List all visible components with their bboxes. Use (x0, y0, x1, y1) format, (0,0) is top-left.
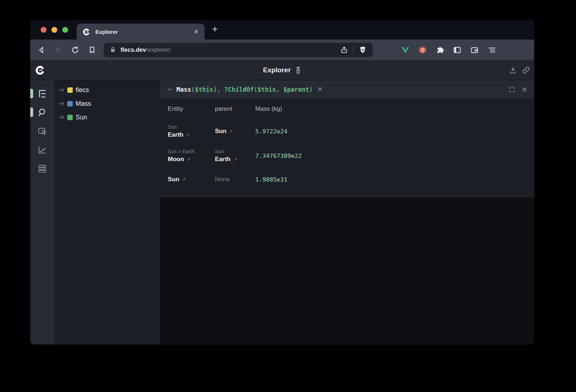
external-link-icon: ↗ (229, 128, 233, 135)
header-actions (509, 66, 530, 74)
forward-button[interactable] (54, 46, 63, 54)
table-row: Sun Earth ↗ Sun ↗ 5.9722e24 (160, 119, 534, 143)
back-button[interactable] (37, 46, 46, 54)
tree-item-label: Mass (76, 100, 91, 108)
menu-button[interactable] (487, 46, 496, 54)
query-panel: Mass($this), ?ChildOf($this, $parent) ✕ … (160, 80, 534, 345)
refresh-button[interactable] (71, 46, 80, 54)
panel-iconbar (30, 80, 54, 345)
parent-cell: None (215, 176, 255, 184)
address-bar-divider (353, 46, 354, 54)
entity-color-square (67, 87, 73, 93)
app-content: flecs Mass Sun (30, 80, 534, 345)
url-domain: flecs.dev (121, 46, 146, 53)
stacked-lists-icon (37, 164, 47, 173)
parent-cell: Sun ↗ (215, 127, 255, 136)
entity-cell: Sun > Earth Moon ↗ (168, 148, 215, 164)
external-link-icon: ↗ (233, 156, 237, 163)
mass-value: 5.9722e24 (255, 128, 534, 135)
entity-path: Sun > Earth (168, 148, 215, 155)
parent-path: Sun (215, 148, 255, 155)
parent-none-value: None (215, 176, 255, 184)
connection-remote-icon[interactable] (294, 66, 302, 74)
query-panel-empty-area (160, 197, 534, 345)
expand-arrow-icon[interactable] (59, 114, 64, 120)
table-header: Entity parent Mass (kg) (160, 99, 534, 119)
active-panel-indicator-tree (30, 89, 33, 98)
close-query-icon[interactable] (521, 86, 528, 93)
stats-panel-button[interactable] (30, 140, 54, 159)
search-icon (37, 108, 47, 117)
expand-arrow-icon[interactable] (59, 101, 64, 106)
tree-panel-button[interactable] (30, 84, 54, 103)
entity-color-square (67, 101, 73, 106)
inspector-panel-button[interactable] (30, 122, 54, 140)
tab-title: Explorer (95, 29, 194, 35)
column-header-parent: parent (215, 105, 255, 113)
tree-icon (37, 89, 47, 99)
external-link-icon: ↗ (186, 156, 190, 163)
traffic-light-close[interactable] (41, 27, 46, 33)
parent-link[interactable]: Sun ↗ (215, 127, 255, 136)
external-link-icon: ↗ (182, 176, 186, 183)
traffic-light-minimize[interactable] (51, 27, 57, 33)
lock-icon (109, 46, 116, 53)
page-title-wrap: Explorer (30, 66, 534, 74)
bookmark-button[interactable] (88, 46, 96, 54)
new-tab-button[interactable]: + (212, 24, 218, 35)
tree-item-label: flecs (76, 86, 89, 94)
entity-cell: Sun ↗ (168, 176, 215, 184)
commands-panel-button[interactable] (30, 159, 54, 178)
entity-path: Sun (168, 124, 215, 131)
url-text: flecs.dev/explorer/ (121, 46, 340, 53)
entity-color-square (67, 115, 73, 120)
fullscreen-icon[interactable] (509, 86, 515, 93)
chart-icon (37, 145, 47, 155)
share-link-button[interactable] (522, 66, 530, 74)
app-header: Explorer (30, 60, 534, 80)
active-panel-indicator-search (30, 108, 33, 117)
entity-tree: flecs Mass Sun (54, 80, 160, 345)
inspector-icon (37, 126, 47, 136)
entity-link[interactable]: Moon ↗ (168, 155, 215, 164)
hexagon-extension-icon[interactable] (418, 46, 427, 54)
query-clear-button[interactable]: ✕ (318, 86, 323, 93)
share-button[interactable] (340, 46, 348, 54)
address-bar[interactable]: flecs.dev/explorer/ (104, 43, 373, 57)
query-text[interactable]: Mass($this), ?ChildOf($this, $parent) (176, 86, 313, 93)
extension-icons (401, 46, 496, 54)
page-title: Explorer (263, 66, 291, 74)
entity-link[interactable]: Sun ↗ (168, 176, 215, 184)
tree-item-flecs[interactable]: flecs (54, 83, 160, 97)
wallet-button[interactable] (470, 46, 479, 54)
column-header-entity: Entity (168, 105, 215, 113)
url-path: /explorer/ (146, 46, 171, 53)
column-header-mass: Mass (kg) (255, 105, 534, 113)
sidebar-toggle-button[interactable] (453, 46, 462, 54)
search-panel-button[interactable] (30, 103, 54, 122)
vue-devtools-icon[interactable] (401, 46, 410, 54)
browser-tab[interactable]: Explorer ✕ (77, 24, 204, 40)
traffic-lights (41, 27, 68, 33)
flecs-favicon-icon (82, 28, 91, 36)
table-row: Sun ↗ None 1.9885e31 (160, 168, 534, 191)
tab-close-button[interactable]: ✕ (194, 28, 199, 35)
browser-toolbar: flecs.dev/explorer/ (30, 40, 534, 60)
entity-link[interactable]: Earth ↗ (168, 131, 215, 139)
parent-link[interactable]: Earth ↗ (215, 155, 255, 164)
tree-item-mass[interactable]: Mass (54, 97, 160, 110)
traffic-light-zoom[interactable] (62, 27, 68, 33)
entity-cell: Sun Earth ↗ (168, 124, 215, 139)
mass-value: 7.34767309e22 (255, 152, 534, 159)
download-button[interactable] (509, 66, 517, 74)
parent-cell: Sun Earth ↗ (215, 148, 255, 164)
collapse-chevron-icon[interactable] (167, 86, 173, 93)
extensions-puzzle-icon[interactable] (436, 46, 444, 54)
query-bar: Mass($this), ?ChildOf($this, $parent) ✕ (160, 80, 534, 99)
results-table-body: Sun Earth ↗ Sun ↗ 5.9722e24 (160, 119, 534, 197)
tree-item-label: Sun (76, 114, 87, 121)
brave-shield-button[interactable] (359, 46, 367, 54)
tree-item-sun[interactable]: Sun (54, 110, 160, 124)
expand-arrow-icon[interactable] (59, 87, 64, 93)
table-row: Sun > Earth Moon ↗ Sun Earth ↗ 7.3476 (160, 143, 534, 168)
